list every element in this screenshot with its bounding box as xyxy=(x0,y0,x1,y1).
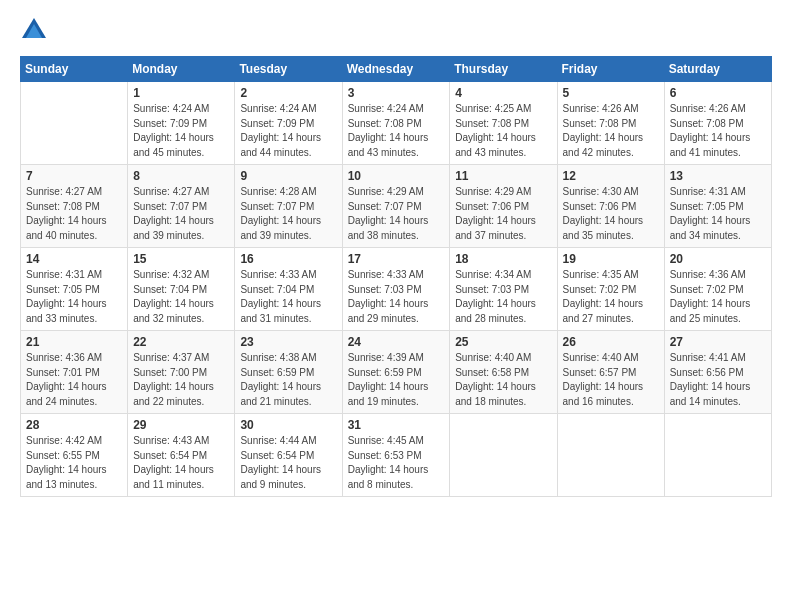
calendar-day-cell: 24Sunrise: 4:39 AM Sunset: 6:59 PM Dayli… xyxy=(342,331,450,414)
weekday-header: Thursday xyxy=(450,57,557,82)
day-info: Sunrise: 4:24 AM Sunset: 7:09 PM Dayligh… xyxy=(240,102,336,160)
logo xyxy=(20,16,52,44)
day-info: Sunrise: 4:33 AM Sunset: 7:03 PM Dayligh… xyxy=(348,268,445,326)
calendar-day-cell: 3Sunrise: 4:24 AM Sunset: 7:08 PM Daylig… xyxy=(342,82,450,165)
calendar-day-cell: 8Sunrise: 4:27 AM Sunset: 7:07 PM Daylig… xyxy=(128,165,235,248)
day-info: Sunrise: 4:43 AM Sunset: 6:54 PM Dayligh… xyxy=(133,434,229,492)
calendar-day-cell: 6Sunrise: 4:26 AM Sunset: 7:08 PM Daylig… xyxy=(664,82,771,165)
day-info: Sunrise: 4:30 AM Sunset: 7:06 PM Dayligh… xyxy=(563,185,659,243)
day-info: Sunrise: 4:44 AM Sunset: 6:54 PM Dayligh… xyxy=(240,434,336,492)
day-number: 13 xyxy=(670,169,766,183)
calendar-day-cell: 2Sunrise: 4:24 AM Sunset: 7:09 PM Daylig… xyxy=(235,82,342,165)
day-number: 30 xyxy=(240,418,336,432)
day-info: Sunrise: 4:45 AM Sunset: 6:53 PM Dayligh… xyxy=(348,434,445,492)
calendar-week-row: 7Sunrise: 4:27 AM Sunset: 7:08 PM Daylig… xyxy=(21,165,772,248)
day-number: 26 xyxy=(563,335,659,349)
day-number: 31 xyxy=(348,418,445,432)
weekday-header: Friday xyxy=(557,57,664,82)
day-number: 5 xyxy=(563,86,659,100)
calendar-day-cell: 14Sunrise: 4:31 AM Sunset: 7:05 PM Dayli… xyxy=(21,248,128,331)
day-number: 1 xyxy=(133,86,229,100)
weekday-header: Saturday xyxy=(664,57,771,82)
day-number: 21 xyxy=(26,335,122,349)
weekday-header: Wednesday xyxy=(342,57,450,82)
day-info: Sunrise: 4:37 AM Sunset: 7:00 PM Dayligh… xyxy=(133,351,229,409)
calendar-day-cell: 17Sunrise: 4:33 AM Sunset: 7:03 PM Dayli… xyxy=(342,248,450,331)
day-info: Sunrise: 4:31 AM Sunset: 7:05 PM Dayligh… xyxy=(670,185,766,243)
calendar-day-cell: 21Sunrise: 4:36 AM Sunset: 7:01 PM Dayli… xyxy=(21,331,128,414)
calendar-day-cell: 9Sunrise: 4:28 AM Sunset: 7:07 PM Daylig… xyxy=(235,165,342,248)
calendar-week-row: 1Sunrise: 4:24 AM Sunset: 7:09 PM Daylig… xyxy=(21,82,772,165)
page-container: SundayMondayTuesdayWednesdayThursdayFrid… xyxy=(0,0,792,507)
weekday-header: Monday xyxy=(128,57,235,82)
day-info: Sunrise: 4:41 AM Sunset: 6:56 PM Dayligh… xyxy=(670,351,766,409)
calendar-day-cell: 27Sunrise: 4:41 AM Sunset: 6:56 PM Dayli… xyxy=(664,331,771,414)
day-number: 14 xyxy=(26,252,122,266)
day-number: 2 xyxy=(240,86,336,100)
page-header xyxy=(20,16,772,44)
calendar-week-row: 14Sunrise: 4:31 AM Sunset: 7:05 PM Dayli… xyxy=(21,248,772,331)
day-number: 7 xyxy=(26,169,122,183)
calendar-table: SundayMondayTuesdayWednesdayThursdayFrid… xyxy=(20,56,772,497)
weekday-header: Sunday xyxy=(21,57,128,82)
day-info: Sunrise: 4:40 AM Sunset: 6:57 PM Dayligh… xyxy=(563,351,659,409)
day-number: 3 xyxy=(348,86,445,100)
calendar-day-cell: 11Sunrise: 4:29 AM Sunset: 7:06 PM Dayli… xyxy=(450,165,557,248)
calendar-day-cell: 1Sunrise: 4:24 AM Sunset: 7:09 PM Daylig… xyxy=(128,82,235,165)
calendar-day-cell: 15Sunrise: 4:32 AM Sunset: 7:04 PM Dayli… xyxy=(128,248,235,331)
day-number: 17 xyxy=(348,252,445,266)
day-number: 11 xyxy=(455,169,551,183)
day-number: 28 xyxy=(26,418,122,432)
day-info: Sunrise: 4:24 AM Sunset: 7:08 PM Dayligh… xyxy=(348,102,445,160)
logo-icon xyxy=(20,16,48,44)
day-number: 10 xyxy=(348,169,445,183)
day-info: Sunrise: 4:33 AM Sunset: 7:04 PM Dayligh… xyxy=(240,268,336,326)
calendar-day-cell: 19Sunrise: 4:35 AM Sunset: 7:02 PM Dayli… xyxy=(557,248,664,331)
day-number: 22 xyxy=(133,335,229,349)
day-info: Sunrise: 4:27 AM Sunset: 7:07 PM Dayligh… xyxy=(133,185,229,243)
calendar-day-cell: 10Sunrise: 4:29 AM Sunset: 7:07 PM Dayli… xyxy=(342,165,450,248)
day-number: 12 xyxy=(563,169,659,183)
calendar-day-cell: 16Sunrise: 4:33 AM Sunset: 7:04 PM Dayli… xyxy=(235,248,342,331)
day-number: 15 xyxy=(133,252,229,266)
day-info: Sunrise: 4:35 AM Sunset: 7:02 PM Dayligh… xyxy=(563,268,659,326)
day-info: Sunrise: 4:42 AM Sunset: 6:55 PM Dayligh… xyxy=(26,434,122,492)
calendar-day-cell xyxy=(21,82,128,165)
calendar-day-cell xyxy=(557,414,664,497)
day-info: Sunrise: 4:25 AM Sunset: 7:08 PM Dayligh… xyxy=(455,102,551,160)
calendar-day-cell: 20Sunrise: 4:36 AM Sunset: 7:02 PM Dayli… xyxy=(664,248,771,331)
day-number: 20 xyxy=(670,252,766,266)
day-number: 4 xyxy=(455,86,551,100)
day-number: 6 xyxy=(670,86,766,100)
day-number: 23 xyxy=(240,335,336,349)
calendar-day-cell: 30Sunrise: 4:44 AM Sunset: 6:54 PM Dayli… xyxy=(235,414,342,497)
calendar-day-cell: 13Sunrise: 4:31 AM Sunset: 7:05 PM Dayli… xyxy=(664,165,771,248)
day-info: Sunrise: 4:40 AM Sunset: 6:58 PM Dayligh… xyxy=(455,351,551,409)
calendar-day-cell: 4Sunrise: 4:25 AM Sunset: 7:08 PM Daylig… xyxy=(450,82,557,165)
day-number: 8 xyxy=(133,169,229,183)
day-info: Sunrise: 4:36 AM Sunset: 7:02 PM Dayligh… xyxy=(670,268,766,326)
day-info: Sunrise: 4:34 AM Sunset: 7:03 PM Dayligh… xyxy=(455,268,551,326)
calendar-day-cell: 31Sunrise: 4:45 AM Sunset: 6:53 PM Dayli… xyxy=(342,414,450,497)
day-info: Sunrise: 4:39 AM Sunset: 6:59 PM Dayligh… xyxy=(348,351,445,409)
calendar-day-cell: 12Sunrise: 4:30 AM Sunset: 7:06 PM Dayli… xyxy=(557,165,664,248)
calendar-day-cell: 7Sunrise: 4:27 AM Sunset: 7:08 PM Daylig… xyxy=(21,165,128,248)
day-info: Sunrise: 4:28 AM Sunset: 7:07 PM Dayligh… xyxy=(240,185,336,243)
day-info: Sunrise: 4:24 AM Sunset: 7:09 PM Dayligh… xyxy=(133,102,229,160)
day-info: Sunrise: 4:32 AM Sunset: 7:04 PM Dayligh… xyxy=(133,268,229,326)
day-info: Sunrise: 4:31 AM Sunset: 7:05 PM Dayligh… xyxy=(26,268,122,326)
calendar-day-cell: 23Sunrise: 4:38 AM Sunset: 6:59 PM Dayli… xyxy=(235,331,342,414)
calendar-day-cell: 29Sunrise: 4:43 AM Sunset: 6:54 PM Dayli… xyxy=(128,414,235,497)
day-info: Sunrise: 4:27 AM Sunset: 7:08 PM Dayligh… xyxy=(26,185,122,243)
day-info: Sunrise: 4:36 AM Sunset: 7:01 PM Dayligh… xyxy=(26,351,122,409)
day-info: Sunrise: 4:26 AM Sunset: 7:08 PM Dayligh… xyxy=(670,102,766,160)
calendar-header-row: SundayMondayTuesdayWednesdayThursdayFrid… xyxy=(21,57,772,82)
day-info: Sunrise: 4:26 AM Sunset: 7:08 PM Dayligh… xyxy=(563,102,659,160)
calendar-day-cell: 5Sunrise: 4:26 AM Sunset: 7:08 PM Daylig… xyxy=(557,82,664,165)
calendar-week-row: 21Sunrise: 4:36 AM Sunset: 7:01 PM Dayli… xyxy=(21,331,772,414)
day-number: 24 xyxy=(348,335,445,349)
calendar-day-cell: 25Sunrise: 4:40 AM Sunset: 6:58 PM Dayli… xyxy=(450,331,557,414)
calendar-day-cell xyxy=(450,414,557,497)
day-info: Sunrise: 4:29 AM Sunset: 7:06 PM Dayligh… xyxy=(455,185,551,243)
day-number: 16 xyxy=(240,252,336,266)
